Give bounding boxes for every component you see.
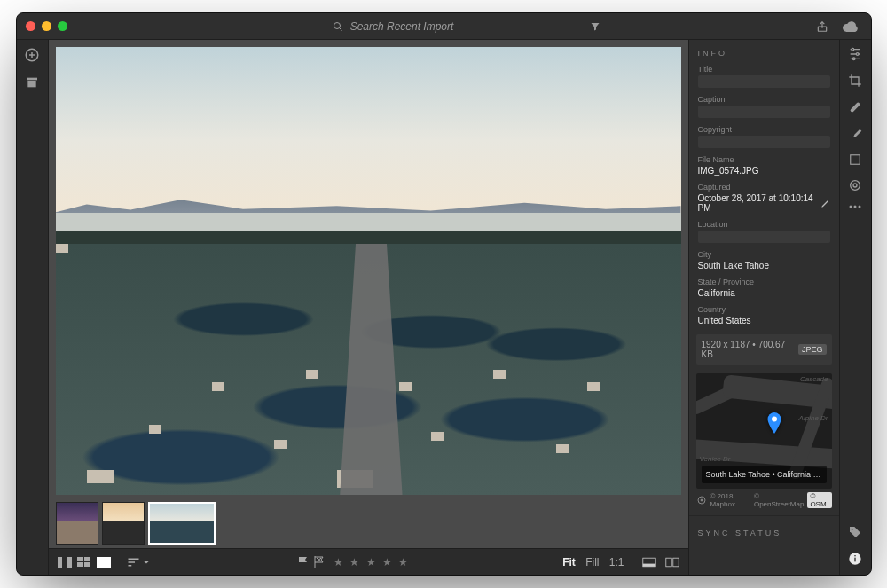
search-placeholder: Search Recent Import bbox=[350, 20, 454, 33]
svg-rect-6 bbox=[27, 78, 37, 81]
keywords-button[interactable] bbox=[848, 525, 862, 539]
target-icon bbox=[696, 495, 707, 506]
svg-point-17 bbox=[772, 416, 777, 421]
country-label: Country bbox=[698, 305, 830, 314]
main-image bbox=[56, 47, 681, 495]
circle-icon bbox=[848, 178, 862, 192]
crop-button[interactable] bbox=[848, 74, 862, 88]
caption-input[interactable] bbox=[698, 106, 830, 118]
flag-pick-button[interactable] bbox=[298, 556, 309, 568]
bandage-icon bbox=[848, 100, 862, 114]
share-icon bbox=[816, 20, 828, 33]
square-icon bbox=[849, 153, 861, 166]
svg-rect-15 bbox=[665, 558, 671, 567]
tag-icon bbox=[848, 525, 862, 539]
svg-rect-35 bbox=[854, 558, 855, 562]
zoom-fill-button[interactable]: Fill bbox=[582, 556, 602, 568]
svg-point-29 bbox=[853, 184, 857, 187]
library-button[interactable] bbox=[25, 75, 39, 90]
close-window-button[interactable] bbox=[26, 21, 35, 31]
captured-label: Captured bbox=[698, 183, 830, 192]
svg-rect-27 bbox=[851, 155, 860, 165]
chevron-down-icon bbox=[143, 559, 150, 566]
image-canvas[interactable] bbox=[56, 47, 681, 495]
svg-rect-36 bbox=[854, 555, 855, 556]
svg-point-28 bbox=[851, 181, 860, 191]
view-grid-small-button[interactable] bbox=[58, 557, 72, 568]
minimize-window-button[interactable] bbox=[42, 21, 51, 31]
heal-button[interactable] bbox=[848, 100, 862, 114]
location-map[interactable]: Cascade Alpine Dr Venice Dr South Lake T… bbox=[696, 373, 832, 489]
rectangle-icon bbox=[642, 557, 656, 568]
map-caption: South Lake Tahoe • California • U… bbox=[702, 466, 827, 483]
sort-icon bbox=[127, 557, 143, 568]
edit-captured-button[interactable] bbox=[820, 199, 830, 208]
location-input[interactable] bbox=[698, 231, 830, 243]
cloud-sync-button[interactable] bbox=[840, 20, 861, 33]
crop-icon bbox=[848, 74, 862, 88]
radial-gradient-button[interactable] bbox=[848, 178, 862, 192]
sort-button[interactable] bbox=[127, 557, 150, 568]
view-single-button[interactable] bbox=[97, 557, 111, 568]
brush-button[interactable] bbox=[848, 127, 862, 141]
app-window: Search Recent Import bbox=[16, 12, 872, 576]
svg-point-0 bbox=[334, 22, 340, 28]
titlebar: Search Recent Import bbox=[17, 13, 871, 40]
pin-icon bbox=[766, 412, 782, 434]
caption-label: Caption bbox=[698, 95, 830, 104]
search-field[interactable]: Search Recent Import bbox=[273, 18, 513, 35]
flag-reject-button[interactable] bbox=[314, 556, 325, 568]
share-button[interactable] bbox=[812, 20, 833, 33]
center-area: ★ ★ ★ ★ ★ Fit Fill 1:1 bbox=[49, 40, 688, 575]
sliders-icon bbox=[848, 47, 862, 61]
zoom-1to1-button[interactable]: 1:1 bbox=[606, 556, 628, 568]
zoom-fit-button[interactable]: Fit bbox=[559, 556, 579, 568]
more-tools-button[interactable] bbox=[849, 205, 861, 208]
rating-stars[interactable]: ★ ★ ★ ★ ★ bbox=[334, 556, 410, 568]
bottom-toolbar: ★ ★ ★ ★ ★ Fit Fill 1:1 bbox=[49, 548, 688, 575]
filter-button[interactable] bbox=[585, 21, 606, 32]
map-attrib-mapbox: © 2018 Mapbox bbox=[710, 492, 750, 508]
info-icon bbox=[848, 552, 862, 566]
thumbnail-1[interactable] bbox=[56, 502, 98, 545]
view-grid-large-button[interactable] bbox=[77, 557, 91, 568]
copyright-input[interactable] bbox=[698, 136, 830, 148]
location-label: Location bbox=[698, 220, 830, 229]
svg-point-24 bbox=[856, 53, 859, 56]
compare-button[interactable] bbox=[665, 557, 679, 568]
city-label: City bbox=[698, 250, 830, 259]
add-photos-button[interactable] bbox=[24, 47, 40, 63]
svg-point-33 bbox=[852, 529, 853, 530]
edit-sliders-button[interactable] bbox=[848, 47, 862, 61]
funnel-icon bbox=[590, 21, 600, 32]
map-attribution: © 2018 Mapbox © OpenStreetMap © OSM bbox=[689, 489, 839, 512]
show-original-button[interactable] bbox=[642, 557, 656, 568]
thumbnail-3-selected[interactable] bbox=[148, 502, 216, 545]
map-street-1: Cascade bbox=[800, 375, 828, 383]
linear-gradient-button[interactable] bbox=[849, 153, 861, 166]
zoom-window-button[interactable] bbox=[58, 21, 67, 31]
traffic-lights bbox=[26, 21, 67, 31]
svg-rect-14 bbox=[642, 563, 655, 566]
state-label: State / Province bbox=[698, 278, 830, 286]
info-button[interactable] bbox=[848, 552, 862, 566]
title-label: Title bbox=[698, 65, 830, 74]
title-input[interactable] bbox=[698, 75, 830, 88]
archive-icon bbox=[25, 75, 39, 90]
filename-label: File Name bbox=[698, 155, 830, 164]
left-rail bbox=[17, 40, 49, 575]
info-panel: INFO Title Caption Copyright File Name I… bbox=[688, 40, 839, 575]
filetype-badge: JPEG bbox=[798, 344, 827, 355]
thumbnail-2[interactable] bbox=[102, 502, 145, 545]
tool-rail bbox=[839, 40, 871, 575]
map-street-3: Venice Dr bbox=[700, 455, 731, 463]
map-reset-button[interactable] bbox=[696, 495, 707, 506]
filename-value: IMG_0574.JPG bbox=[698, 166, 830, 176]
flag-icon bbox=[298, 556, 309, 568]
svg-point-31 bbox=[854, 206, 857, 208]
country-value: United States bbox=[698, 316, 830, 325]
sync-section-title: SYNC STATUS bbox=[689, 520, 839, 543]
map-street-2: Alpine Dr bbox=[799, 414, 828, 422]
svg-rect-26 bbox=[850, 102, 860, 113]
copyright-label: Copyright bbox=[698, 125, 830, 134]
